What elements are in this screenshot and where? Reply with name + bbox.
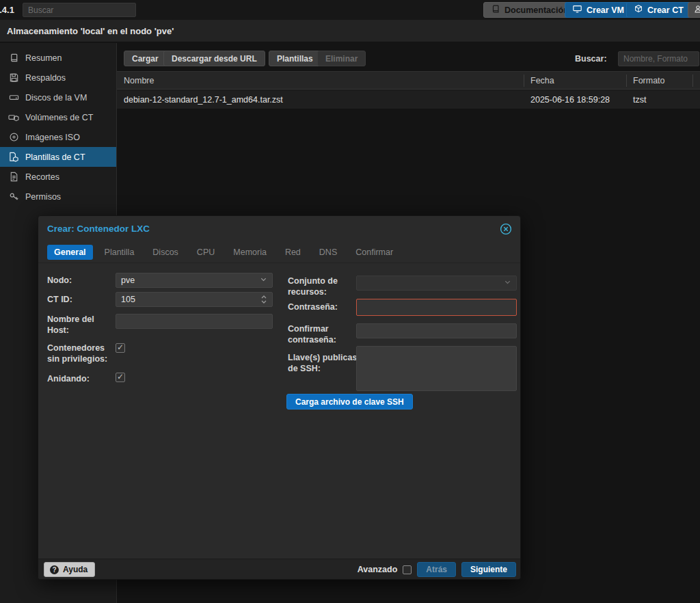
version-label: 8.4.1 xyxy=(0,0,14,20)
tab-general[interactable]: General xyxy=(47,245,93,260)
floppy-icon xyxy=(8,72,19,83)
unprivileged-label: Contenedores sin privilegios: xyxy=(47,343,113,364)
hdd-icon xyxy=(8,92,19,103)
nesting-checkbox[interactable] xyxy=(116,373,125,382)
tab-discos[interactable]: Discos xyxy=(146,245,185,260)
remove-button[interactable]: Eliminar xyxy=(317,51,366,66)
dialog-title: Crear: Contenedor LXC xyxy=(47,216,150,241)
ssh-keys-textarea[interactable] xyxy=(356,346,517,391)
hostname-label: Nombre del Host: xyxy=(47,314,113,336)
breadcrumb-bar: Almacenamiento 'local' en el nodo 'pve' xyxy=(0,20,700,42)
download-from-url-button[interactable]: Descargar desde URL xyxy=(163,51,265,66)
upload-button[interactable]: Cargar xyxy=(124,51,167,66)
chevron-down-icon xyxy=(504,278,511,288)
node-combo[interactable]: pve xyxy=(116,273,273,288)
top-bar: 8.4.1 Documentación Crear VM Crear CT xyxy=(0,0,700,20)
page-title: Almacenamiento 'local' en el nodo 'pve' xyxy=(7,20,174,42)
file-snippet-icon xyxy=(8,172,19,183)
sidebar-item-recortes[interactable]: Recortes xyxy=(0,167,116,187)
key-icon xyxy=(8,191,19,202)
tab-memoria[interactable]: Memoria xyxy=(226,245,273,260)
disc-icon xyxy=(8,132,19,143)
cell-formato: tzst xyxy=(633,90,646,109)
monitor-icon xyxy=(572,4,582,16)
cell-nombre: debian-12-standard_12.7-1_amd64.tar.zst xyxy=(124,90,283,109)
sidebar-item-volumenes-ct[interactable]: Volúmenes de CT xyxy=(0,107,116,127)
create-lxc-dialog: Crear: Contenedor LXC General Plantilla … xyxy=(38,215,521,580)
node-label: Nodo: xyxy=(47,275,113,286)
hostname-field[interactable] xyxy=(116,314,273,329)
hdd-cube-icon xyxy=(8,112,19,123)
advanced-label: Avanzado xyxy=(358,565,398,574)
cube-icon xyxy=(634,4,643,16)
question-icon: ? xyxy=(50,565,59,574)
tab-confirmar[interactable]: Confirmar xyxy=(349,245,400,260)
table-row[interactable]: debian-12-standard_12.7-1_amd64.tar.zst … xyxy=(117,90,700,109)
sidebar-item-plantillas-ct[interactable]: Plantillas de CT xyxy=(0,147,116,167)
global-search-input[interactable] xyxy=(23,3,136,17)
sidebar-item-permisos[interactable]: Permisos xyxy=(0,187,116,206)
nesting-label: Anidando: xyxy=(47,373,113,384)
tab-cpu[interactable]: CPU xyxy=(190,245,221,260)
sidebar-item-discos-vm[interactable]: Discos de la VM xyxy=(0,88,116,107)
cell-fecha: 2025-06-16 18:59:28 xyxy=(530,90,610,109)
column-divider xyxy=(524,75,524,87)
book-icon xyxy=(491,4,500,16)
tab-red[interactable]: Red xyxy=(278,245,308,260)
advanced-checkbox[interactable] xyxy=(403,565,412,574)
file-cube-icon xyxy=(8,152,19,163)
next-button[interactable]: Siguiente xyxy=(461,562,516,577)
user-menu-button[interactable] xyxy=(688,2,700,18)
templates-button[interactable]: Plantillas xyxy=(269,51,321,66)
confirm-password-field[interactable] xyxy=(356,323,517,338)
tab-dns[interactable]: DNS xyxy=(312,245,344,260)
create-vm-button[interactable]: Crear VM xyxy=(565,2,632,18)
spinner-arrows-icon[interactable] xyxy=(260,294,267,305)
back-button[interactable]: Atrás xyxy=(417,562,456,577)
documentation-button[interactable]: Documentación xyxy=(483,2,576,18)
column-header-fecha[interactable]: Fecha xyxy=(530,72,554,90)
chevron-down-icon xyxy=(260,276,267,285)
password-field[interactable] xyxy=(356,299,517,316)
sidebar-item-respaldos[interactable]: Respaldos xyxy=(0,68,116,88)
help-button[interactable]: ? Ayuda xyxy=(44,562,95,577)
grid-search-label: Buscar: xyxy=(575,54,607,64)
pool-label: Conjunto de recursos: xyxy=(288,276,359,297)
ssh-key-upload-button[interactable]: Carga archivo de clave SSH xyxy=(286,394,413,410)
confirm-password-label: Confirmar contraseña: xyxy=(288,323,359,345)
book-icon xyxy=(8,53,19,64)
user-icon xyxy=(693,4,700,16)
column-header-nombre[interactable]: Nombre xyxy=(124,72,154,90)
pool-combo[interactable] xyxy=(356,276,517,291)
ctid-label: CT ID: xyxy=(47,294,113,305)
password-label: Contraseña: xyxy=(288,302,359,312)
wizard-tabbar: General Plantilla Discos CPU Memoria Red… xyxy=(38,241,520,263)
column-divider xyxy=(626,75,627,87)
toolbar-separator xyxy=(261,53,262,64)
create-ct-button[interactable]: Crear CT xyxy=(626,2,691,18)
dialog-footer: ? Ayuda Avanzado Atrás Siguiente xyxy=(38,559,520,579)
grid-search-input[interactable] xyxy=(618,51,699,66)
ctid-stepper[interactable]: 105 xyxy=(116,292,273,307)
column-divider xyxy=(692,75,693,87)
column-header-formato[interactable]: Formato xyxy=(633,72,665,90)
ssh-keys-label: Llave(s) publicas de SSH: xyxy=(288,352,359,374)
table-header: Nombre Fecha Formato xyxy=(117,71,700,90)
sidebar-item-imagenes-iso[interactable]: Imágenes ISO xyxy=(0,127,116,147)
close-icon[interactable] xyxy=(500,223,512,235)
sidebar-item-resumen[interactable]: Resumen xyxy=(0,48,116,68)
unprivileged-checkbox[interactable] xyxy=(116,343,125,353)
tab-plantilla[interactable]: Plantilla xyxy=(98,245,142,260)
